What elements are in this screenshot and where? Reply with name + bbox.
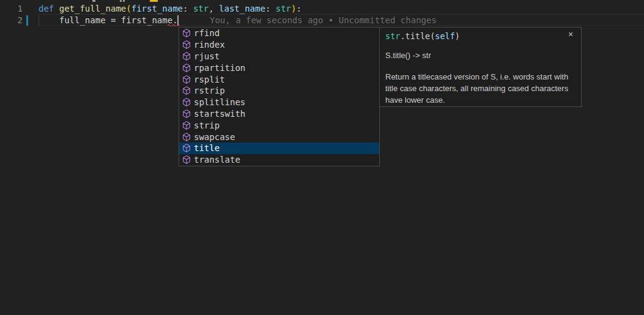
suggest-item-rindex[interactable]: rindex [179, 39, 379, 51]
suggest-item-rsplit[interactable]: rsplit [179, 73, 379, 85]
code-token: full_name = first_name. [39, 15, 178, 25]
symbol-method-icon [182, 120, 191, 130]
suggest-item-label: startswith [194, 108, 245, 119]
symbol-method-icon [182, 143, 191, 153]
git-modified-indicator [26, 15, 28, 26]
docs-subtitle: S.title() -> str [385, 51, 431, 60]
symbol-method-icon [182, 51, 191, 61]
suggest-item-label: rfind [194, 28, 220, 39]
symbol-method-icon [182, 63, 191, 73]
clipped-glyph-fragment [120, 0, 122, 2]
code-token: get_full_name [59, 4, 127, 13]
suggest-docs-panel: str.title(self) × S.title() -> str Retur… [379, 27, 582, 107]
code-token: : [265, 4, 276, 13]
error-squiggle [168, 24, 181, 26]
suggest-item-label: splitlines [194, 97, 245, 108]
code-token: str [193, 4, 209, 13]
suggest-item-label: rindex [194, 39, 225, 50]
suggest-item-rstrip[interactable]: rstrip [179, 85, 379, 97]
symbol-method-icon [182, 28, 191, 38]
code-token: str [276, 4, 291, 13]
suggest-item-label: title [194, 143, 220, 154]
docs-description: Return a titlecased version of S, i.e. w… [385, 71, 572, 106]
suggest-item-startswith[interactable]: startswith [179, 108, 379, 120]
suggest-item-title[interactable]: title [179, 143, 379, 154]
suggest-item-rfind[interactable]: rfind [179, 28, 379, 39]
suggest-item-swapcase[interactable]: swapcase [179, 131, 379, 143]
suggest-item-label: translate [194, 154, 240, 165]
suggest-item-label: rsplit [194, 74, 225, 85]
clipped-glyph-fragment [92, 0, 95, 2]
symbol-method-icon [182, 40, 191, 50]
code-line-1[interactable]: def get_full_name(first_name: str, last_… [39, 3, 302, 15]
suggest-item-label: swapcase [194, 132, 235, 143]
code-token: self [435, 31, 455, 41]
symbol-method-icon [182, 86, 191, 95]
clipped-glyph-fragment [123, 0, 125, 2]
code-token: , [209, 4, 219, 13]
code-token: : [183, 4, 193, 13]
code-token: : [297, 4, 302, 13]
suggest-item-translate[interactable]: translate [179, 154, 379, 166]
symbol-method-icon [182, 97, 191, 107]
symbol-method-icon [182, 109, 191, 119]
suggest-widget: rfindrindexrjustrpartitionrsplitrstripsp… [179, 27, 380, 166]
code-token: def [39, 4, 59, 13]
suggest-item-label: strip [194, 120, 220, 131]
suggest-item-strip[interactable]: strip [179, 119, 379, 131]
close-icon[interactable]: × [565, 29, 576, 40]
suggest-item-rjust[interactable]: rjust [179, 51, 379, 62]
code-token: last_name [219, 4, 265, 13]
code-editor[interactable]: { "palette": { "editor_bg": "#212121", "… [0, 0, 644, 315]
suggest-item-rpartition[interactable]: rpartition [179, 62, 379, 73]
git-blame-annotation: You, a few seconds ago • Uncommitted cha… [210, 15, 437, 26]
line-number-2[interactable]: 2 [0, 15, 23, 26]
code-token: ( [126, 4, 131, 13]
suggest-item-splitlines[interactable]: splitlines [179, 97, 379, 108]
symbol-method-icon [182, 75, 191, 84]
code-token: ) [291, 4, 296, 13]
code-token: str [385, 31, 400, 41]
clipped-glyph-fragment [150, 0, 158, 2]
symbol-method-icon [182, 155, 191, 165]
line-number-1[interactable]: 1 [0, 3, 23, 15]
suggest-item-label: rpartition [194, 62, 245, 73]
code-token: ) [455, 31, 460, 41]
code-token: .title( [400, 31, 435, 41]
code-token: first_name [131, 4, 183, 13]
suggest-item-label: rstrip [194, 85, 225, 96]
symbol-method-icon [182, 132, 191, 142]
docs-signature: str.title(self) [385, 31, 460, 42]
suggest-item-label: rjust [194, 51, 220, 62]
code-line-2[interactable]: full_name = first_name. [39, 15, 178, 26]
